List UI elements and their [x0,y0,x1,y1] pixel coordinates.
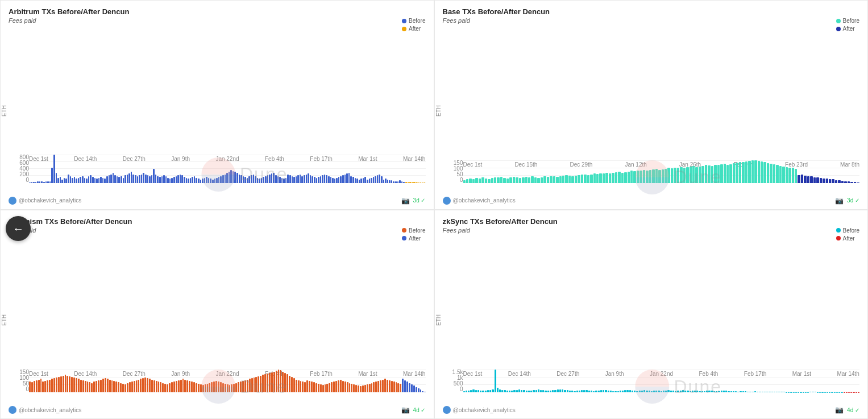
bar-arbitrum [281,178,283,183]
bar-optimism [40,379,42,392]
bar-base [680,167,682,183]
bar-zksync [815,392,816,392]
bar-optimism [329,383,330,392]
bar-optimism [138,380,139,392]
bar-optimism [131,381,133,392]
bar-arbitrum [297,175,299,182]
bar-arbitrum [143,173,144,183]
bar-arbitrum [123,178,124,183]
bar-arbitrum [316,178,318,183]
bar-optimism [76,378,77,392]
bar-zksync [728,391,729,392]
bar-arbitrum [301,176,303,183]
bar-optimism [220,382,222,392]
bar-base [813,177,816,183]
camera-icon: 📷 [401,197,410,205]
bar-optimism [60,376,62,392]
chart-area-arbitrum: ETH8006004002000Dec 1stDec 14thDec 27thJ… [9,27,426,194]
bar-optimism [322,385,324,392]
bar-arbitrum [56,173,57,183]
bar-arbitrum [47,181,49,183]
bar-arbitrum [155,175,157,183]
bar-optimism [102,379,104,392]
bar-zksync [682,390,684,392]
bar-base [643,170,645,183]
bar-optimism [267,374,268,392]
legend-item-arbitrum: After [402,26,425,32]
bar-arbitrum [350,176,352,183]
legend-label: Before [409,18,425,24]
bar-zksync [641,391,643,392]
bar-optimism [162,383,164,392]
bar-arbitrum [232,171,234,183]
bar-zksync [497,388,499,392]
bar-optimism [109,380,111,392]
back-button[interactable]: ← [6,216,31,241]
bar-arbitrum [214,179,216,182]
bar-arbitrum [377,175,379,182]
bar-zksync [610,391,612,392]
bar-optimism [149,379,151,392]
bar-zksync [530,391,532,392]
bar-base [726,165,729,183]
bar-arbitrum [285,178,287,183]
bar-zksync [574,391,575,392]
bar-arbitrum [43,182,45,183]
bar-arbitrum [90,175,92,182]
bar-base [736,163,738,183]
bar-arbitrum [240,175,242,182]
bar-optimism [78,379,80,392]
bar-base [603,173,605,182]
bar-base [792,168,794,182]
bar-arbitrum [261,178,263,183]
bar-base [683,168,686,183]
bar-zksync [600,390,602,392]
bar-arbitrum [395,181,397,183]
bar-base [826,179,828,183]
bar-arbitrum [94,178,96,183]
chart-area-base: ETH150100500Dec 1stDec 15thDec 29thJan 1… [443,27,860,194]
bar-zksync [711,391,713,392]
bar-zksync [771,392,773,392]
bar-zksync [747,392,749,392]
bar-arbitrum [408,182,409,182]
bar-base [854,182,856,182]
bar-optimism [396,382,397,392]
bar-base [754,160,757,183]
bar-arbitrum [369,179,371,182]
bar-optimism [404,380,406,392]
bar-arbitrum [399,180,401,182]
bar-optimism [227,384,229,392]
refresh-badge: 3d ✓ [847,197,859,204]
bar-base [525,177,528,183]
refresh-badge: 3d ✓ [413,197,426,204]
bar-optimism [82,380,84,392]
chart-footer-optimism: @obchakevich_analytics 📷 4d ✓ [9,406,426,414]
bar-arbitrum [135,175,136,182]
bar-base [609,173,611,183]
bar-arbitrum [176,176,177,183]
bar-base [804,176,806,183]
bar-optimism [276,371,277,392]
bar-optimism [382,380,384,392]
bar-arbitrum [300,175,301,183]
bar-optimism [44,381,46,392]
bar-zksync [622,391,624,392]
bar-optimism [391,381,393,392]
bar-arbitrum [373,177,375,182]
bar-zksync [521,390,522,392]
bar-base [779,166,782,183]
bar-zksync [526,391,528,392]
bar-arbitrum [385,179,387,182]
bar-optimism [134,381,135,392]
bar-arbitrum [102,178,104,183]
bar-base [503,178,505,183]
bar-base [633,171,636,183]
bar-base [494,177,496,183]
bar-optimism [153,380,155,392]
bar-optimism [355,385,357,392]
bar-arbitrum [96,179,98,182]
bar-zksync [680,391,682,392]
chart-panel-optimism: Optimism TXs Before/After DencunFees pai… [0,210,434,420]
author-name: @obchakevich_analytics [19,197,81,204]
